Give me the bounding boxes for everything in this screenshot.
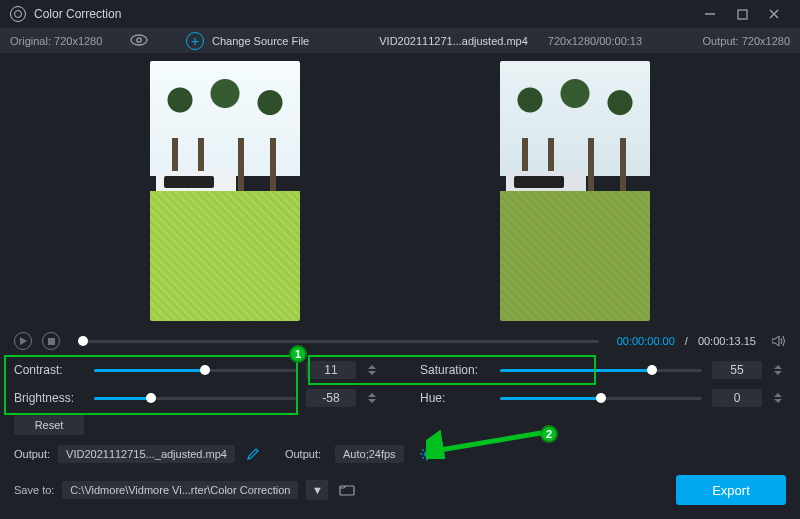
svg-marker-6	[20, 337, 27, 345]
maximize-button[interactable]	[726, 0, 758, 28]
saturation-label: Saturation:	[420, 363, 490, 377]
preview-original	[150, 61, 300, 321]
svg-point-5	[137, 37, 141, 41]
original-dimensions: Original: 720x1280	[10, 35, 120, 47]
svg-point-9	[424, 452, 428, 456]
output-profile-value[interactable]: Auto;24fps	[335, 445, 404, 463]
saturation-knob[interactable]	[647, 365, 657, 375]
reset-row: Reset	[0, 411, 800, 439]
brightness-label: Brightness:	[14, 391, 84, 405]
brightness-row: Brightness: -58	[14, 389, 380, 407]
save-to-label: Save to:	[14, 484, 54, 496]
svg-line-16	[422, 457, 423, 458]
minimize-button[interactable]	[694, 0, 726, 28]
brightness-slider[interactable]	[94, 397, 296, 400]
output-dim-value: 720x1280	[742, 35, 790, 47]
svg-line-14	[422, 449, 423, 450]
contrast-knob[interactable]	[200, 365, 210, 375]
contrast-value[interactable]: 11	[306, 361, 356, 379]
close-button[interactable]	[758, 0, 790, 28]
svg-rect-20	[340, 486, 354, 495]
output-row: Output: VID2021112715..._adjusted.mp4 Ou…	[0, 439, 800, 469]
preview-area	[0, 53, 800, 329]
app-window: Color Correction Original: 720x1280 + Ch…	[0, 0, 800, 519]
save-row: Save to: C:\Vidmore\Vidmore Vi...rter\Co…	[0, 469, 800, 519]
svg-marker-8	[772, 336, 779, 346]
svg-point-4	[131, 35, 147, 45]
contrast-row: Contrast: 11	[14, 361, 380, 379]
progress-track[interactable]	[78, 340, 599, 343]
hue-row: Hue: 0	[420, 389, 786, 407]
brightness-knob[interactable]	[146, 393, 156, 403]
app-logo-icon	[10, 6, 26, 22]
brightness-stepper[interactable]	[368, 393, 380, 403]
window-title: Color Correction	[34, 7, 694, 21]
output-dim-label: Output:	[703, 35, 739, 47]
volume-icon[interactable]	[772, 335, 786, 347]
time-total: 00:00:13.15	[698, 335, 756, 347]
hue-knob[interactable]	[596, 393, 606, 403]
time-separator: /	[685, 335, 688, 347]
brightness-value[interactable]: -58	[306, 389, 356, 407]
saturation-value[interactable]: 55	[712, 361, 762, 379]
save-path: C:\Vidmore\Vidmore Vi...rter\Color Corre…	[62, 481, 298, 499]
original-label: Original:	[10, 35, 51, 47]
svg-line-17	[430, 449, 431, 450]
add-source-button[interactable]: +	[186, 32, 204, 50]
output-filename: VID2021112715..._adjusted.mp4	[58, 445, 235, 463]
source-filename: VID202111271...adjusted.mp4	[379, 35, 528, 47]
saturation-stepper[interactable]	[774, 365, 786, 375]
hue-slider[interactable]	[500, 397, 702, 400]
progress-knob[interactable]	[78, 336, 88, 346]
titlebar: Color Correction	[0, 0, 800, 28]
hue-label: Hue:	[420, 391, 490, 405]
svg-rect-7	[48, 338, 55, 345]
stop-button[interactable]	[42, 332, 60, 350]
change-source-link[interactable]: Change Source File	[212, 35, 309, 47]
saturation-slider[interactable]	[500, 369, 702, 372]
contrast-slider[interactable]	[94, 369, 296, 372]
contrast-label: Contrast:	[14, 363, 84, 377]
svg-line-15	[430, 457, 431, 458]
edit-filename-icon[interactable]	[247, 448, 259, 460]
svg-rect-1	[738, 10, 747, 19]
original-dim-value: 720x1280	[54, 35, 102, 47]
export-button[interactable]: Export	[676, 475, 786, 505]
annotation-badge-1: 1	[289, 345, 307, 363]
preview-toggle-icon[interactable]	[130, 33, 146, 49]
annotation-badge-2: 2	[540, 425, 558, 443]
save-path-dropdown[interactable]: ▼	[306, 480, 328, 500]
play-button[interactable]	[14, 332, 32, 350]
playback-bar: 00:00:00.00/00:00:13.15	[0, 329, 800, 353]
hue-stepper[interactable]	[774, 393, 786, 403]
hue-value[interactable]: 0	[712, 389, 762, 407]
color-sliders: Contrast: 11 Saturation: 55 Brightness: …	[0, 353, 800, 411]
settings-gear-icon[interactable]	[420, 447, 434, 461]
reset-button[interactable]: Reset	[14, 415, 84, 435]
output-dimensions: Output: 720x1280	[703, 35, 790, 47]
time-current: 00:00:00.00	[617, 335, 675, 347]
saturation-row: Saturation: 55	[420, 361, 786, 379]
info-bar: Original: 720x1280 + Change Source File …	[0, 28, 800, 53]
open-folder-icon[interactable]	[336, 480, 358, 500]
preview-output	[500, 61, 650, 321]
contrast-stepper[interactable]	[368, 365, 380, 375]
output-label: Output:	[14, 448, 50, 460]
source-meta: 720x1280/00:00:13	[548, 35, 642, 47]
output-profile-label: Output:	[285, 448, 321, 460]
